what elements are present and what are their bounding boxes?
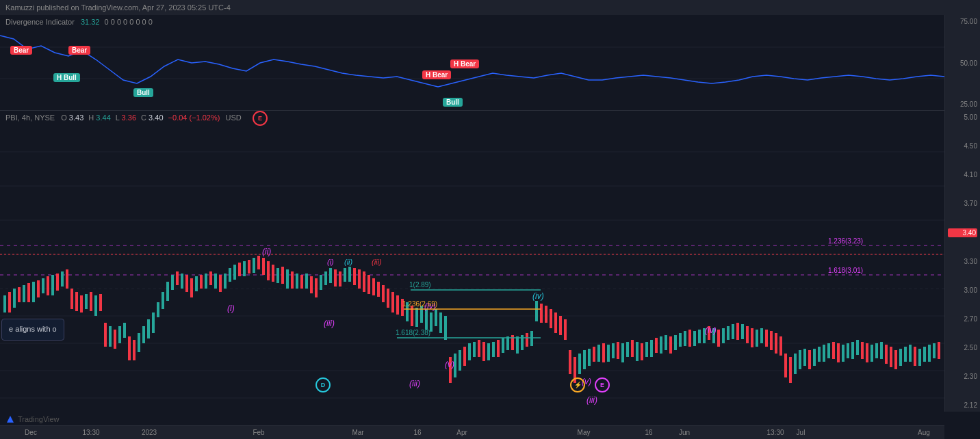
high-value: 3.44 (96, 114, 110, 122)
svg-rect-116 (492, 342, 495, 357)
svg-rect-54 (195, 276, 198, 291)
svg-text:(i): (i) (227, 304, 235, 313)
svg-rect-31 (85, 294, 88, 309)
svg-rect-127 (545, 306, 547, 323)
svg-rect-52 (185, 275, 188, 292)
close-label: C (141, 114, 146, 122)
main-panel: PBI, 4h, NYSE O 3.43 H 3.44 L 3.36 C 3.4… (0, 111, 944, 412)
svg-rect-82 (329, 268, 332, 283)
svg-rect-83 (334, 269, 337, 287)
svg-rect-85 (344, 268, 346, 282)
svg-rect-37 (114, 330, 116, 349)
svg-rect-117 (497, 340, 500, 357)
svg-rect-119 (506, 336, 509, 350)
svg-rect-94 (387, 289, 389, 308)
svg-rect-151 (660, 336, 662, 354)
svg-rect-41 (133, 340, 136, 360)
svg-rect-196 (875, 343, 878, 358)
x-label-may: May (578, 429, 591, 436)
y-main-250: 2.70 (948, 315, 977, 323)
x-label-16-1: 16 (413, 429, 421, 436)
svg-rect-180 (799, 350, 801, 369)
svg-rect-123 (526, 333, 528, 347)
svg-rect-80 (320, 275, 322, 290)
svg-rect-17 (18, 287, 21, 302)
svg-rect-61 (229, 268, 231, 282)
svg-rect-152 (665, 335, 667, 350)
svg-rect-203 (909, 345, 912, 362)
svg-rect-72 (281, 267, 284, 284)
svg-rect-70 (272, 265, 274, 282)
svg-rect-102 (425, 309, 428, 330)
svg-rect-189 (842, 345, 844, 362)
bear-badge-2: Bear (68, 46, 90, 55)
svg-rect-115 (487, 343, 490, 360)
svg-rect-200 (894, 350, 897, 369)
tooltip-box: e aligns with o (1, 319, 64, 341)
svg-rect-131 (564, 319, 567, 340)
x-label-2023: 2023 (142, 429, 157, 436)
svg-rect-18 (23, 285, 25, 302)
high-label: H (88, 114, 94, 122)
svg-rect-49 (171, 275, 174, 290)
svg-rect-26 (61, 271, 64, 287)
svg-rect-15 (8, 292, 11, 312)
svg-rect-124 (530, 331, 533, 346)
y-main-212: 2.30 (948, 373, 977, 380)
x-axis: Dec 13:30 2023 Feb Mar 16 Apr May 16 Jun… (0, 425, 944, 439)
bear-badge-1: Bear (10, 46, 32, 55)
svg-rect-163 (717, 330, 720, 347)
svg-rect-175 (775, 333, 777, 354)
svg-rect-186 (827, 343, 830, 358)
svg-text:1.618(2.38): 1.618(2.38) (396, 329, 430, 336)
svg-rect-132 (569, 350, 571, 374)
svg-rect-164 (722, 328, 725, 343)
svg-rect-20 (32, 282, 35, 302)
svg-rect-205 (918, 349, 921, 366)
y-main-330: 3.40 (948, 228, 977, 237)
x-label-feb: Feb (253, 429, 264, 436)
svg-rect-192 (856, 340, 859, 355)
svg-rect-58 (214, 274, 217, 289)
hbear-badge-1: H Bear (422, 70, 451, 79)
svg-rect-209 (938, 342, 940, 359)
elliott-d-badge: D (315, 377, 331, 393)
svg-marker-232 (7, 416, 14, 423)
svg-rect-92 (377, 282, 380, 297)
svg-rect-101 (420, 306, 423, 323)
svg-rect-57 (209, 271, 212, 285)
bull-badge-2: Bull (443, 98, 463, 107)
svg-rect-129 (554, 312, 557, 333)
svg-rect-59 (219, 275, 222, 292)
tv-icon (5, 414, 15, 424)
svg-rect-36 (109, 326, 112, 347)
svg-rect-201 (899, 349, 902, 366)
y-main-bottom: 2.12 (948, 401, 977, 409)
tooltip-text: e aligns with o (9, 325, 57, 333)
svg-rect-176 (779, 336, 782, 356)
svg-rect-51 (181, 274, 183, 289)
svg-rect-90 (368, 275, 370, 294)
svg-rect-184 (818, 347, 821, 362)
svg-rect-193 (861, 342, 864, 359)
svg-rect-145 (631, 340, 634, 357)
svg-rect-60 (224, 274, 227, 289)
svg-rect-173 (765, 330, 768, 347)
svg-rect-50 (176, 271, 179, 285)
bull-badge-1: Bull (133, 88, 153, 97)
svg-rect-106 (444, 316, 447, 340)
svg-rect-166 (732, 324, 734, 339)
indicator-panel: Divergence Indicator 31.32 0 0 0 0 0 0 0… (0, 15, 944, 111)
main-chart-svg: (i) (ii) (iii) (i) (ii) (iii) (iv) (v) (… (0, 111, 944, 412)
svg-rect-168 (741, 324, 744, 339)
svg-rect-79 (315, 278, 318, 297)
svg-rect-47 (162, 292, 164, 309)
svg-rect-140 (607, 345, 610, 362)
svg-rect-149 (650, 340, 653, 357)
y-indicator-25: 25.00 (948, 101, 977, 108)
change-value: −0.04 (−1.02%) (168, 114, 220, 122)
svg-rect-126 (540, 304, 543, 323)
svg-text:(iii): (iii) (586, 395, 597, 405)
svg-rect-114 (482, 342, 485, 361)
elliott-e-badge-1: E (253, 111, 268, 126)
